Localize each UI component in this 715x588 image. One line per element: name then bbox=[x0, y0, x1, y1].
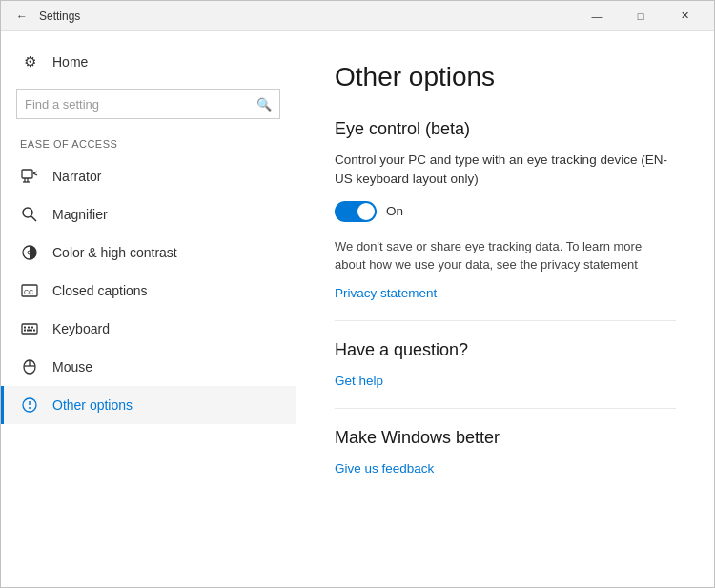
window-title: Settings bbox=[39, 10, 575, 23]
sidebar-item-home[interactable]: ⚙ Home bbox=[1, 43, 296, 81]
divider-1 bbox=[335, 320, 676, 321]
sidebar-item-narrator[interactable]: Narrator bbox=[1, 157, 296, 195]
content-area: ⚙ Home 🔍 Ease of Access bbox=[1, 31, 714, 587]
back-button[interactable]: ← bbox=[9, 3, 35, 30]
svg-point-23 bbox=[29, 407, 31, 409]
search-icon: 🔍 bbox=[256, 97, 272, 112]
svg-rect-14 bbox=[28, 327, 30, 329]
sidebar-item-mouse[interactable]: Mouse bbox=[1, 348, 296, 386]
other-options-icon bbox=[20, 395, 39, 415]
svg-line-2 bbox=[33, 173, 37, 175]
magnifier-icon bbox=[20, 205, 39, 224]
privacy-statement-link[interactable]: Privacy statement bbox=[335, 286, 437, 300]
toggle-label: On bbox=[386, 204, 403, 218]
section-label: Ease of Access bbox=[1, 134, 296, 157]
other-options-label: Other options bbox=[52, 397, 133, 413]
feedback-title: Make Windows better bbox=[335, 428, 676, 448]
narrator-icon bbox=[20, 167, 39, 186]
give-feedback-link[interactable]: Give us feedback bbox=[335, 461, 434, 476]
maximize-button[interactable]: □ bbox=[619, 1, 663, 31]
page-title: Other options bbox=[335, 62, 676, 92]
search-input[interactable] bbox=[25, 97, 256, 112]
magnifier-label: Magnifier bbox=[52, 207, 108, 222]
sidebar-item-color-contrast[interactable]: Color & high contrast bbox=[1, 233, 296, 272]
main-content: Other options Eye control (beta) Control… bbox=[296, 31, 714, 587]
color-contrast-label: Color & high contrast bbox=[52, 245, 177, 260]
svg-rect-16 bbox=[24, 330, 26, 332]
eye-control-description: Control your PC and type with an eye tra… bbox=[335, 151, 676, 190]
home-label: Home bbox=[52, 54, 88, 70]
sidebar-item-other-options[interactable]: Other options bbox=[1, 386, 296, 424]
sidebar-item-closed-captions[interactable]: CC Closed captions bbox=[1, 272, 296, 310]
close-icon: ✕ bbox=[681, 10, 689, 22]
settings-window: ← Settings — □ ✕ ⚙ Home 🔍 E bbox=[0, 0, 715, 588]
sidebar-item-keyboard[interactable]: Keyboard bbox=[1, 310, 296, 348]
maximize-icon: □ bbox=[638, 10, 644, 22]
search-box[interactable]: 🔍 bbox=[16, 89, 280, 119]
svg-rect-12 bbox=[22, 324, 37, 334]
home-icon: ⚙ bbox=[20, 52, 39, 71]
svg-rect-0 bbox=[22, 170, 32, 178]
svg-text:CC: CC bbox=[24, 289, 33, 295]
svg-rect-15 bbox=[31, 327, 33, 329]
back-icon: ← bbox=[16, 10, 28, 23]
svg-rect-17 bbox=[27, 330, 32, 332]
minimize-icon: — bbox=[592, 10, 603, 22]
close-button[interactable]: ✕ bbox=[663, 1, 706, 31]
privacy-note: We don't save or share eye tracking data… bbox=[335, 237, 676, 274]
closed-captions-icon: CC bbox=[20, 281, 39, 300]
keyboard-icon bbox=[20, 319, 39, 338]
keyboard-label: Keyboard bbox=[52, 321, 110, 336]
eye-control-toggle[interactable] bbox=[335, 201, 377, 222]
svg-point-6 bbox=[23, 208, 32, 217]
sidebar-item-magnifier[interactable]: Magnifier bbox=[1, 195, 296, 233]
svg-rect-13 bbox=[24, 327, 26, 329]
divider-2 bbox=[335, 408, 676, 409]
toggle-knob bbox=[358, 203, 375, 220]
mouse-icon bbox=[20, 357, 39, 376]
minimize-button[interactable]: — bbox=[575, 1, 619, 31]
svg-rect-18 bbox=[33, 330, 35, 332]
svg-line-7 bbox=[31, 216, 36, 221]
sidebar: ⚙ Home 🔍 Ease of Access bbox=[1, 31, 296, 587]
titlebar: ← Settings — □ ✕ bbox=[1, 1, 714, 31]
color-contrast-icon bbox=[20, 243, 39, 262]
mouse-label: Mouse bbox=[52, 359, 92, 375]
eye-control-toggle-row: On bbox=[335, 201, 676, 222]
eye-control-title: Eye control (beta) bbox=[335, 119, 676, 139]
get-help-link[interactable]: Get help bbox=[335, 374, 383, 388]
question-title: Have a question? bbox=[335, 340, 676, 360]
window-controls: — □ ✕ bbox=[575, 1, 706, 31]
closed-captions-label: Closed captions bbox=[52, 283, 148, 298]
narrator-label: Narrator bbox=[52, 169, 101, 184]
